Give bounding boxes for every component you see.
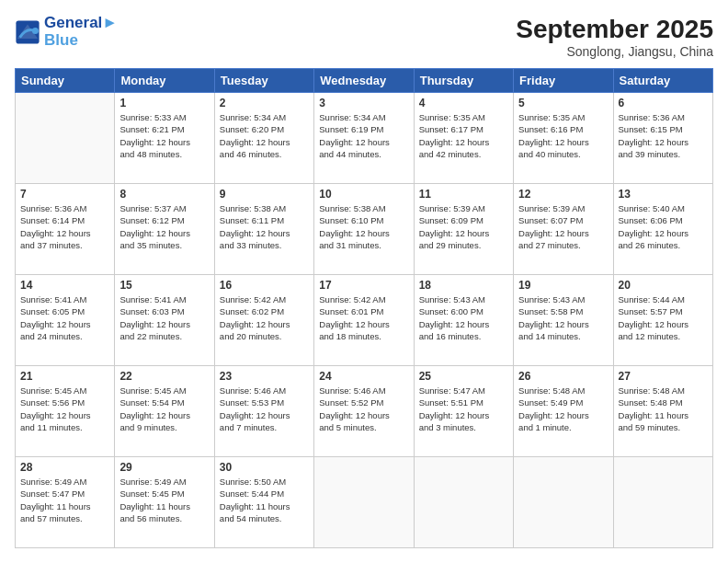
cell-info: Sunrise: 5:49 AM Sunset: 5:45 PM Dayligh…: [119, 476, 209, 524]
calendar-cell: 9Sunrise: 5:38 AM Sunset: 6:11 PM Daylig…: [214, 184, 313, 275]
day-number: 4: [419, 97, 508, 109]
cell-info: Sunrise: 5:43 AM Sunset: 5:58 PM Dayligh…: [518, 293, 608, 342]
weekday-header-row: SundayMondayTuesdayWednesdayThursdayFrid…: [16, 69, 713, 93]
cell-info: Sunrise: 5:42 AM Sunset: 6:01 PM Dayligh…: [319, 293, 408, 342]
day-number: 12: [518, 188, 608, 201]
cell-info: Sunrise: 5:36 AM Sunset: 6:15 PM Dayligh…: [619, 111, 708, 160]
calendar-week-row: 21Sunrise: 5:45 AM Sunset: 5:56 PM Dayli…: [16, 366, 713, 457]
calendar-cell: 3Sunrise: 5:34 AM Sunset: 6:19 PM Daylig…: [314, 93, 414, 184]
calendar-cell: 6Sunrise: 5:36 AM Sunset: 6:15 PM Daylig…: [613, 93, 712, 184]
calendar-cell: 25Sunrise: 5:47 AM Sunset: 5:51 PM Dayli…: [414, 366, 513, 457]
day-number: 11: [419, 188, 508, 201]
weekday-header-tuesday: Tuesday: [214, 69, 313, 93]
calendar-week-row: 7Sunrise: 5:36 AM Sunset: 6:14 PM Daylig…: [16, 184, 713, 275]
calendar-cell: [414, 457, 513, 548]
cell-info: Sunrise: 5:45 AM Sunset: 5:54 PM Dayligh…: [119, 385, 209, 433]
calendar-cell: [514, 457, 613, 548]
cell-info: Sunrise: 5:41 AM Sunset: 6:03 PM Dayligh…: [119, 293, 209, 342]
calendar-cell: 15Sunrise: 5:41 AM Sunset: 6:03 PM Dayli…: [115, 275, 214, 366]
calendar-cell: 4Sunrise: 5:35 AM Sunset: 6:17 PM Daylig…: [414, 93, 513, 184]
calendar-cell: 16Sunrise: 5:42 AM Sunset: 6:02 PM Dayli…: [214, 275, 313, 366]
page: General► Blue September 2025 Songlong, J…: [0, 0, 728, 563]
logo-icon: [15, 19, 40, 45]
day-number: 19: [518, 279, 608, 292]
cell-info: Sunrise: 5:39 AM Sunset: 6:09 PM Dayligh…: [419, 202, 508, 251]
weekday-header-thursday: Thursday: [414, 69, 513, 93]
calendar-cell: 28Sunrise: 5:49 AM Sunset: 5:47 PM Dayli…: [16, 457, 115, 548]
day-number: 25: [419, 370, 508, 383]
weekday-header-friday: Friday: [514, 69, 613, 93]
day-number: 1: [119, 97, 209, 109]
calendar-week-row: 28Sunrise: 5:49 AM Sunset: 5:47 PM Dayli…: [16, 457, 713, 548]
calendar-cell: 8Sunrise: 5:37 AM Sunset: 6:12 PM Daylig…: [115, 184, 214, 275]
cell-info: Sunrise: 5:38 AM Sunset: 6:11 PM Dayligh…: [220, 202, 309, 251]
day-number: 2: [220, 97, 309, 109]
weekday-header-monday: Monday: [115, 69, 214, 93]
day-number: 27: [619, 370, 708, 383]
day-number: 24: [319, 370, 408, 383]
calendar-cell: 7Sunrise: 5:36 AM Sunset: 6:14 PM Daylig…: [16, 184, 115, 275]
day-number: 10: [319, 188, 408, 201]
calendar-cell: 2Sunrise: 5:34 AM Sunset: 6:20 PM Daylig…: [214, 93, 313, 184]
cell-info: Sunrise: 5:49 AM Sunset: 5:47 PM Dayligh…: [20, 476, 109, 524]
cell-info: Sunrise: 5:48 AM Sunset: 5:48 PM Dayligh…: [619, 385, 708, 433]
day-number: 14: [20, 279, 109, 292]
calendar-cell: 24Sunrise: 5:46 AM Sunset: 5:52 PM Dayli…: [314, 366, 414, 457]
calendar-cell: 22Sunrise: 5:45 AM Sunset: 5:54 PM Dayli…: [115, 366, 214, 457]
calendar-cell: 14Sunrise: 5:41 AM Sunset: 6:05 PM Dayli…: [16, 275, 115, 366]
calendar-cell: 1Sunrise: 5:33 AM Sunset: 6:21 PM Daylig…: [115, 93, 214, 184]
calendar-cell: 17Sunrise: 5:42 AM Sunset: 6:01 PM Dayli…: [314, 275, 414, 366]
day-number: 7: [20, 188, 109, 201]
day-number: 22: [119, 370, 209, 383]
day-number: 29: [119, 461, 209, 474]
cell-info: Sunrise: 5:35 AM Sunset: 6:16 PM Dayligh…: [518, 111, 608, 160]
cell-info: Sunrise: 5:39 AM Sunset: 6:07 PM Dayligh…: [518, 202, 608, 251]
cell-info: Sunrise: 5:33 AM Sunset: 6:21 PM Dayligh…: [119, 111, 209, 160]
day-number: 18: [419, 279, 508, 292]
day-number: 3: [319, 97, 408, 109]
cell-info: Sunrise: 5:50 AM Sunset: 5:44 PM Dayligh…: [220, 476, 309, 524]
calendar-cell: 5Sunrise: 5:35 AM Sunset: 6:16 PM Daylig…: [514, 93, 613, 184]
calendar-table: SundayMondayTuesdayWednesdayThursdayFrid…: [15, 68, 713, 548]
day-number: 16: [220, 279, 309, 292]
calendar-cell: 27Sunrise: 5:48 AM Sunset: 5:48 PM Dayli…: [613, 366, 712, 457]
cell-info: Sunrise: 5:40 AM Sunset: 6:06 PM Dayligh…: [619, 202, 708, 251]
cell-info: Sunrise: 5:37 AM Sunset: 6:12 PM Dayligh…: [119, 202, 209, 251]
day-number: 21: [20, 370, 109, 383]
calendar-cell: 12Sunrise: 5:39 AM Sunset: 6:07 PM Dayli…: [514, 184, 613, 275]
cell-info: Sunrise: 5:34 AM Sunset: 6:19 PM Dayligh…: [319, 111, 408, 160]
weekday-header-wednesday: Wednesday: [314, 69, 414, 93]
svg-point-2: [32, 28, 39, 34]
cell-info: Sunrise: 5:38 AM Sunset: 6:10 PM Dayligh…: [319, 202, 408, 251]
calendar-cell: 10Sunrise: 5:38 AM Sunset: 6:10 PM Dayli…: [314, 184, 414, 275]
day-number: 26: [518, 370, 608, 383]
cell-info: Sunrise: 5:35 AM Sunset: 6:17 PM Dayligh…: [419, 111, 508, 160]
calendar-cell: 21Sunrise: 5:45 AM Sunset: 5:56 PM Dayli…: [16, 366, 115, 457]
day-number: 20: [619, 279, 708, 292]
cell-info: Sunrise: 5:36 AM Sunset: 6:14 PM Dayligh…: [20, 202, 109, 251]
calendar-cell: 29Sunrise: 5:49 AM Sunset: 5:45 PM Dayli…: [115, 457, 214, 548]
cell-info: Sunrise: 5:43 AM Sunset: 6:00 PM Dayligh…: [419, 293, 508, 342]
location: Songlong, Jiangsu, China: [516, 44, 713, 59]
calendar-week-row: 1Sunrise: 5:33 AM Sunset: 6:21 PM Daylig…: [16, 93, 713, 184]
weekday-header-sunday: Sunday: [16, 69, 115, 93]
cell-info: Sunrise: 5:34 AM Sunset: 6:20 PM Dayligh…: [220, 111, 309, 160]
day-number: 30: [220, 461, 309, 474]
day-number: 28: [20, 461, 109, 474]
logo-text: General► Blue: [44, 15, 118, 49]
cell-info: Sunrise: 5:48 AM Sunset: 5:49 PM Dayligh…: [518, 385, 608, 433]
title-block: September 2025 Songlong, Jiangsu, China: [516, 15, 713, 59]
day-number: 5: [518, 97, 608, 109]
calendar-cell: 23Sunrise: 5:46 AM Sunset: 5:53 PM Dayli…: [214, 366, 313, 457]
cell-info: Sunrise: 5:41 AM Sunset: 6:05 PM Dayligh…: [20, 293, 109, 342]
day-number: 23: [220, 370, 309, 383]
day-number: 13: [619, 188, 708, 201]
header: General► Blue September 2025 Songlong, J…: [15, 15, 713, 59]
logo: General► Blue: [15, 15, 118, 49]
cell-info: Sunrise: 5:46 AM Sunset: 5:52 PM Dayligh…: [319, 385, 408, 433]
day-number: 6: [619, 97, 708, 109]
day-number: 17: [319, 279, 408, 292]
calendar-cell: [314, 457, 414, 548]
day-number: 8: [119, 188, 209, 201]
calendar-cell: [613, 457, 712, 548]
